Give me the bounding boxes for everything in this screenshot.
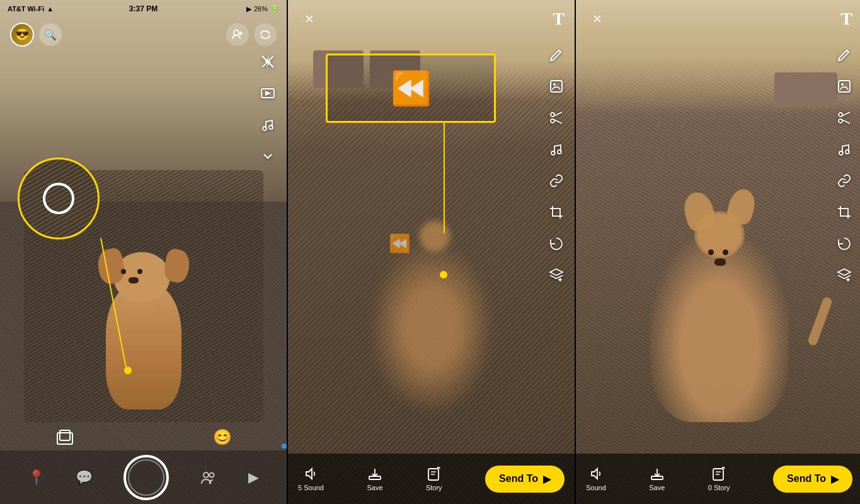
zoom-connector-line: [57, 238, 132, 370]
story-button-middle[interactable]: Story: [426, 466, 442, 491]
timer-tool-middle[interactable]: [546, 233, 567, 255]
send-to-arrow-middle: ▶: [543, 473, 551, 485]
sticker-tool-middle[interactable]: [546, 76, 567, 97]
draw-tool-middle[interactable]: [546, 44, 567, 66]
status-left: AT&T Wi-Fi ▲: [8, 5, 54, 13]
video-filter-button[interactable]: [256, 82, 279, 105]
svg-marker-9: [265, 91, 271, 96]
shutter-button[interactable]: [123, 455, 169, 500]
friends-icon: [200, 469, 217, 486]
sound-icon-right: [588, 466, 604, 481]
layers-tool-right[interactable]: [834, 265, 855, 286]
svg-rect-17: [551, 81, 562, 92]
avatar-button[interactable]: 😎: [10, 23, 34, 47]
send-to-button-right[interactable]: Send To ▶: [773, 466, 852, 493]
zoom-connector-dot-edit: [440, 271, 447, 278]
location-icon: ▶: [246, 5, 251, 13]
map-icon: 📍: [28, 469, 45, 486]
svg-marker-26: [550, 269, 563, 275]
svg-line-40: [842, 120, 851, 123]
link-tool-middle[interactable]: [546, 170, 567, 192]
nav-chat[interactable]: 💬: [76, 469, 93, 486]
text-tool-button-right[interactable]: T: [840, 9, 852, 29]
edit-top-bar-middle: × T: [288, 0, 575, 38]
nav-stories[interactable]: ▶: [248, 469, 259, 486]
nav-camera[interactable]: [123, 455, 169, 500]
zoom-connector-dot: [124, 367, 132, 374]
svg-point-38: [839, 119, 842, 123]
search-button[interactable]: 🔍: [39, 23, 62, 46]
svg-line-16: [559, 50, 561, 52]
close-button-right[interactable]: ×: [586, 8, 609, 30]
chat-icon: 💬: [76, 469, 93, 486]
zoom-connector-line-edit: [444, 123, 445, 233]
rewind-sticker[interactable]: ⏪: [326, 54, 496, 123]
furniture-box-right: [774, 72, 837, 107]
bitmoji-button[interactable]: 😊: [211, 426, 234, 449]
save-label-middle: Save: [367, 484, 382, 491]
carrier-text: AT&T Wi-Fi: [8, 5, 44, 13]
sticker-tool-right[interactable]: [834, 76, 855, 97]
svg-line-21: [554, 112, 563, 116]
svg-rect-25: [553, 209, 560, 216]
edit-right-tools-middle: [546, 44, 567, 286]
timer-tool-right[interactable]: [834, 233, 855, 255]
svg-point-18: [553, 83, 556, 86]
layers-tool-middle[interactable]: [546, 265, 567, 286]
shutter-inner: [128, 459, 164, 496]
svg-rect-15: [60, 430, 70, 440]
add-friend-button[interactable]: [226, 23, 249, 46]
edit-right-tools-right: [834, 44, 855, 286]
text-tool-icon: T: [553, 9, 565, 28]
scissors-tool-middle[interactable]: [546, 107, 567, 129]
save-label-right: Save: [649, 484, 665, 491]
svg-rect-30: [369, 476, 381, 479]
close-icon: ×: [305, 10, 314, 28]
sound-icon-middle: [303, 466, 318, 481]
dog-head-blur: [419, 220, 450, 252]
text-tool-button-middle[interactable]: T: [553, 9, 565, 29]
bitmoji-icon: 😊: [213, 428, 232, 446]
save-button-right[interactable]: Save: [649, 466, 665, 491]
svg-point-11: [269, 125, 273, 129]
close-button-middle[interactable]: ×: [298, 8, 321, 30]
memories-icon: [55, 428, 74, 447]
edit-bottom-bar-right: Sound Save 0 Story Send To ▶: [576, 454, 860, 504]
svg-marker-44: [838, 269, 851, 275]
crop-tool-middle[interactable]: [546, 202, 567, 223]
nav-map[interactable]: 📍: [28, 469, 45, 486]
edit-top-bar-right: × T: [576, 0, 860, 38]
svg-point-12: [204, 472, 209, 478]
more-button[interactable]: [256, 145, 279, 168]
svg-point-20: [551, 119, 554, 123]
music-tool-middle[interactable]: [546, 139, 567, 160]
edit-panel-right: × T: [576, 0, 860, 504]
music-button[interactable]: [256, 113, 279, 136]
dog-blurred: [369, 239, 495, 416]
battery-icon: 🔋: [270, 5, 279, 13]
save-button-middle[interactable]: Save: [367, 466, 382, 491]
status-right: ▶ 26% 🔋: [246, 5, 279, 13]
rewind-arrows-large: ⏪: [391, 69, 432, 108]
sound-button-middle[interactable]: 5 Sound: [298, 466, 324, 491]
camera-top-toolbar: 😎 🔍: [0, 18, 287, 52]
flash-button[interactable]: [256, 50, 279, 73]
memories-button[interactable]: [54, 426, 76, 449]
sound-button-right[interactable]: Sound: [586, 466, 606, 491]
crop-tool-right[interactable]: [834, 202, 855, 223]
link-tool-right[interactable]: [834, 170, 855, 192]
nav-friends[interactable]: [200, 469, 217, 486]
dog-eye-right: [723, 249, 728, 255]
draw-tool-right[interactable]: [834, 44, 855, 66]
music-tool-right[interactable]: [834, 139, 855, 160]
flip-camera-button[interactable]: [254, 23, 277, 46]
story-icon-right: [711, 466, 726, 481]
scissors-tool-right[interactable]: [834, 107, 855, 129]
status-time: 3:37 PM: [129, 4, 158, 13]
send-to-button-middle[interactable]: Send To ▶: [485, 466, 565, 493]
story-label-middle: Story: [426, 484, 442, 491]
send-to-arrow-right: ▶: [831, 473, 839, 485]
svg-point-13: [209, 472, 214, 477]
story-button-right[interactable]: 0 Story: [708, 466, 730, 491]
svg-rect-48: [651, 476, 663, 479]
